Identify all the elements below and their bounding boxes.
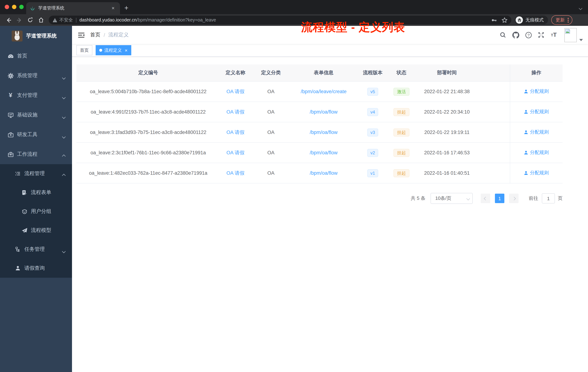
window-controls: [5, 5, 24, 9]
dashboard-icon: [7, 53, 14, 59]
table-row: oa_leave:4:991f2193-7b7f-11ec-a3c8-acde4…: [76, 102, 563, 122]
browser-update-button[interactable]: 更新: [551, 15, 572, 25]
form-link[interactable]: /bpm/oa/flow: [310, 150, 337, 155]
user-icon: [524, 171, 529, 175]
bookmark-star-icon[interactable]: [502, 17, 508, 23]
sidebar-item-dev-tools[interactable]: 研发工具: [0, 125, 72, 144]
security-label: 不安全: [59, 17, 73, 23]
assign-rule-link[interactable]: 分配规则: [524, 109, 549, 115]
version-badge[interactable]: v4: [367, 108, 378, 116]
breadcrumb-separator: /: [104, 32, 105, 38]
breadcrumb-home[interactable]: 首页: [90, 32, 100, 38]
definition-name-link[interactable]: OA 请假: [226, 89, 244, 94]
form-link[interactable]: /bpm/oa/flow: [310, 109, 337, 115]
robot-icon: [21, 208, 28, 215]
goto-label: 前往: [529, 195, 538, 202]
sidebar-item-process-management[interactable]: 流程管理: [0, 164, 72, 183]
assign-rule-link[interactable]: 分配规则: [524, 149, 549, 156]
tab-search-chevron-icon[interactable]: [579, 4, 582, 11]
user-avatar-menu[interactable]: [564, 28, 583, 42]
window-maximize-button[interactable]: [19, 5, 24, 9]
deploy-time: 2022-01-22 21:48:38: [414, 81, 480, 102]
page-size-select[interactable]: 10条/页: [430, 193, 473, 204]
gear-icon: [7, 72, 14, 79]
sidebar-item-payment[interactable]: ¥ 支付管理: [0, 86, 72, 105]
sidebar-item-process-model[interactable]: 流程模型: [0, 221, 72, 240]
favicon-plant-icon: [30, 5, 35, 11]
user-icon: [524, 150, 529, 155]
prev-page-button[interactable]: [481, 194, 490, 203]
tag-close-icon[interactable]: ×: [125, 48, 127, 53]
new-tab-button[interactable]: +: [124, 4, 128, 12]
version-badge[interactable]: v3: [367, 128, 378, 136]
version-badge[interactable]: v2: [367, 149, 378, 157]
sidebar-item-system[interactable]: 系统管理: [0, 66, 72, 86]
back-icon[interactable]: [4, 15, 13, 25]
active-tag-dot: [99, 49, 102, 52]
chevron-down-icon: [466, 197, 470, 200]
chevron-down-icon: [63, 94, 65, 100]
form-icon: [21, 189, 28, 196]
home-icon[interactable]: [36, 15, 46, 25]
top-navbar: 首页 / 流程定义 流程模型 - 定义列表 ?: [72, 26, 588, 44]
page-number-active[interactable]: 1: [495, 194, 504, 203]
font-size-icon[interactable]: TT: [550, 31, 557, 39]
tab-close-icon[interactable]: ×: [110, 5, 116, 11]
sidebar-item-leave-query[interactable]: 请假查询: [0, 259, 72, 278]
incognito-icon: [516, 16, 523, 24]
briefcase-icon: [7, 151, 14, 158]
search-icon[interactable]: [499, 31, 506, 39]
browser-menu-icon[interactable]: [568, 18, 569, 22]
sidebar-collapse-icon[interactable]: [77, 31, 85, 39]
definition-name-link[interactable]: OA 请假: [226, 150, 244, 155]
window-minimize-button[interactable]: [12, 5, 16, 9]
deploy-time: 2022-01-16 17:46:53: [414, 142, 480, 163]
assign-rule-link[interactable]: 分配规则: [524, 170, 549, 176]
col-process-version: 流程版本: [356, 65, 389, 81]
forward-icon[interactable]: [15, 15, 24, 25]
form-link[interactable]: /bpm/oa/flow: [310, 170, 337, 176]
definition-name-link[interactable]: OA 请假: [226, 170, 244, 176]
version-badge[interactable]: v5: [367, 88, 378, 96]
definition-category: OA: [251, 102, 291, 122]
version-badge[interactable]: v1: [367, 169, 378, 177]
app-logo-avatar: [12, 31, 22, 42]
status-badge: 挂起: [393, 169, 410, 177]
sidebar-item-workflow[interactable]: 工作流程: [0, 144, 72, 164]
password-key-icon[interactable]: [491, 17, 497, 23]
reload-icon[interactable]: [25, 15, 35, 25]
col-definition-name: 定义名称: [220, 65, 251, 81]
assign-rule-link[interactable]: 分配规则: [524, 129, 549, 136]
next-page-button[interactable]: [509, 194, 519, 203]
breadcrumb-current: 流程定义: [108, 32, 129, 38]
screen: 芋道管理系统 × + 不安全 dashboard.yudao.io: [0, 0, 588, 372]
goto-page-input[interactable]: 1: [542, 193, 555, 203]
definition-id: oa_leave:4:991f2193-7b7f-11ec-a3c8-acde4…: [76, 102, 220, 122]
sidebar-item-user-group[interactable]: 用户分组: [0, 202, 72, 221]
definition-id: oa_leave:3:1fad3d93-7b75-11ec-a3c8-acde4…: [76, 122, 220, 142]
browser-tab-strip: 芋道管理系统 × +: [0, 0, 588, 14]
col-filler: [480, 65, 510, 81]
browser-tab[interactable]: 芋道管理系统 ×: [26, 2, 120, 14]
address-bar[interactable]: 不安全 dashboard.yudao.iocoder.cn/bpm/manag…: [49, 16, 511, 24]
definition-name-link[interactable]: OA 请假: [226, 109, 244, 114]
tag-process-definition[interactable]: 流程定义 ×: [96, 45, 131, 55]
help-icon[interactable]: ?: [525, 31, 532, 39]
sidebar-item-task-management[interactable]: 任务管理: [0, 240, 72, 259]
fullscreen-icon[interactable]: [537, 31, 545, 39]
url-text: dashboard.yudao.iocoder.cn/bpm/manager/d…: [79, 17, 488, 22]
assign-rule-link[interactable]: 分配规则: [524, 88, 549, 95]
sidebar-item-infrastructure[interactable]: 基础设施: [0, 105, 72, 125]
user-icon: [524, 109, 529, 114]
tag-home[interactable]: 首页: [76, 45, 92, 55]
sidebar-logo-row[interactable]: 芋道管理系统: [0, 26, 72, 46]
form-link[interactable]: /bpm/oa/leave/create: [301, 89, 346, 94]
github-icon[interactable]: [512, 31, 519, 39]
sidebar-item-process-form[interactable]: 流程表单: [0, 183, 72, 202]
tree-icon: [15, 246, 21, 253]
table-row: oa_leave:2:3c1f0ef1-76b1-11ec-9c66-a2380…: [76, 142, 563, 163]
definition-name-link[interactable]: OA 请假: [226, 129, 244, 135]
form-link[interactable]: /bpm/oa/flow: [310, 130, 337, 135]
sidebar-item-home[interactable]: 首页: [0, 46, 72, 66]
window-close-button[interactable]: [5, 5, 9, 9]
